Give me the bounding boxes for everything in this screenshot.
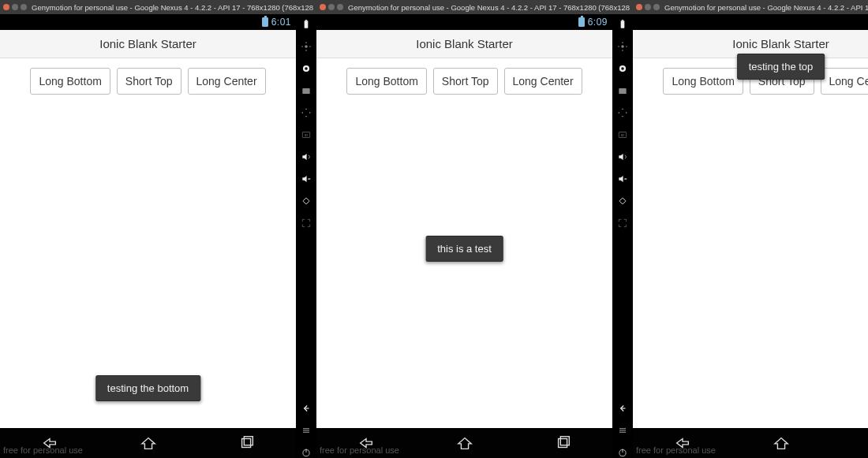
emulator-row: Genymotion for personal use - Google Nex… — [0, 0, 868, 458]
svg-rect-1 — [244, 437, 253, 445]
camera-icon[interactable] — [301, 63, 312, 74]
android-navbar: free for personal use — [316, 428, 612, 458]
svg-rect-20 — [622, 20, 623, 20]
os-window-titlebar[interactable]: Genymotion for personal use - Google Nex… — [316, 0, 633, 14]
long-bottom-button[interactable]: Long Bottom — [346, 68, 426, 95]
fullscreen-icon[interactable] — [617, 218, 628, 229]
svg-text:ID: ID — [621, 133, 624, 137]
close-icon[interactable] — [636, 4, 642, 10]
emulator-instance: Genymotion for personal use - Google Nex… — [633, 0, 868, 458]
minimize-icon[interactable] — [645, 4, 651, 10]
button-row: Long Bottom Short Top Long Center — [9, 68, 286, 95]
toast-center: this is a test — [425, 236, 503, 262]
os-window-titlebar[interactable]: Genymotion for personal use - Google Nex… — [0, 0, 316, 14]
home-icon[interactable] — [140, 434, 157, 452]
power-icon[interactable] — [301, 447, 312, 458]
svg-point-23 — [621, 67, 624, 70]
app-title: Ionic Blank Starter — [99, 37, 196, 50]
svg-point-6 — [305, 67, 308, 70]
home-icon[interactable] — [773, 434, 790, 452]
battery-icon[interactable] — [617, 19, 628, 30]
app-title: Ionic Blank Starter — [732, 37, 829, 50]
window-controls — [320, 4, 343, 10]
statusbar-time: 6:09 — [588, 17, 608, 28]
home-icon[interactable] — [456, 434, 473, 452]
long-bottom-button[interactable]: Long Bottom — [663, 68, 743, 95]
long-bottom-button[interactable]: Long Bottom — [30, 68, 110, 95]
maximize-icon[interactable] — [337, 4, 343, 10]
window-controls — [3, 4, 27, 10]
long-center-button[interactable]: Long Center — [821, 68, 869, 95]
battery-icon — [578, 17, 585, 27]
id-icon[interactable]: ID — [301, 129, 312, 140]
short-top-button[interactable]: Short Top — [117, 68, 181, 95]
svg-point-4 — [305, 45, 308, 48]
back-soft-icon[interactable] — [301, 403, 312, 414]
capture-icon[interactable] — [617, 85, 628, 96]
device-row: 6:10 Ionic Blank Starter Long Bottom Sho… — [633, 14, 868, 458]
minimize-icon[interactable] — [12, 4, 18, 10]
os-window-titlebar[interactable]: Genymotion for personal use - Google Nex… — [633, 0, 868, 14]
long-center-button[interactable]: Long Center — [504, 68, 582, 95]
app-content: Long Bottom Short Top Long Center — [633, 58, 868, 428]
power-icon[interactable] — [617, 447, 628, 458]
gps-icon[interactable] — [617, 41, 628, 52]
emulator-sidebar: ID — [296, 14, 316, 458]
emulator-instance: Genymotion for personal use - Google Nex… — [316, 0, 633, 458]
volume-up-icon[interactable] — [301, 151, 312, 162]
id-icon[interactable]: ID — [617, 129, 628, 140]
volume-down-icon[interactable] — [301, 173, 312, 184]
phone-screen[interactable]: 6:01 Ionic Blank Starter Long Bottom Sho… — [0, 14, 296, 458]
svg-rect-0 — [241, 439, 250, 448]
svg-rect-2 — [305, 20, 309, 28]
fullscreen-icon[interactable] — [301, 218, 312, 229]
short-top-button[interactable]: Short Top — [433, 68, 498, 95]
maximize-icon[interactable] — [21, 4, 27, 10]
back-icon[interactable] — [674, 434, 691, 452]
svg-rect-28 — [619, 198, 626, 204]
svg-rect-24 — [619, 88, 626, 94]
minimize-icon[interactable] — [328, 4, 335, 10]
camera-icon[interactable] — [617, 63, 628, 74]
os-window-title: Genymotion for personal use - Google Nex… — [32, 3, 313, 12]
back-icon[interactable] — [357, 434, 375, 452]
back-icon[interactable] — [41, 434, 58, 452]
move-icon[interactable] — [617, 107, 628, 118]
menu-soft-icon[interactable] — [301, 425, 312, 436]
app-title: Ionic Blank Starter — [416, 37, 513, 50]
rotate-icon[interactable] — [301, 195, 312, 207]
svg-rect-19 — [621, 20, 625, 28]
close-icon[interactable] — [320, 4, 326, 10]
app-header: Ionic Blank Starter — [0, 30, 296, 58]
app-content: Long Bottom Short Top Long Center this i… — [316, 58, 612, 428]
phone-screen[interactable]: 6:10 Ionic Blank Starter Long Bottom Sho… — [633, 14, 868, 458]
svg-rect-3 — [305, 20, 307, 20]
volume-down-icon[interactable] — [617, 173, 628, 184]
phone-screen[interactable]: 6:09 Ionic Blank Starter Long Bottom Sho… — [316, 14, 612, 458]
menu-soft-icon[interactable] — [617, 425, 628, 436]
recent-apps-icon[interactable] — [238, 434, 256, 452]
svg-point-21 — [621, 45, 624, 48]
move-icon[interactable] — [301, 107, 312, 118]
android-navbar: free for personal use — [633, 428, 868, 458]
rotate-icon[interactable] — [617, 195, 628, 207]
recent-apps-icon[interactable] — [555, 434, 572, 452]
battery-icon[interactable] — [301, 19, 312, 30]
volume-up-icon[interactable] — [617, 151, 628, 162]
device-row: 6:09 Ionic Blank Starter Long Bottom Sho… — [316, 14, 633, 458]
long-center-button[interactable]: Long Center — [188, 68, 266, 95]
back-soft-icon[interactable] — [617, 403, 628, 414]
android-statusbar: 6:01 — [0, 14, 296, 30]
toast-top: testing the top — [737, 54, 825, 80]
battery-icon — [262, 17, 268, 27]
toast-bottom: testing the bottom — [95, 375, 200, 401]
gps-icon[interactable] — [301, 41, 312, 52]
os-window-title: Genymotion for personal use - Google Nex… — [348, 3, 630, 12]
capture-icon[interactable] — [301, 85, 312, 96]
android-navbar: free for personal use — [0, 428, 296, 458]
emulator-instance: Genymotion for personal use - Google Nex… — [0, 0, 316, 458]
svg-rect-7 — [302, 88, 309, 94]
os-window-title: Genymotion for personal use - Google Nex… — [664, 3, 868, 12]
maximize-icon[interactable] — [653, 4, 660, 10]
close-icon[interactable] — [3, 4, 9, 10]
